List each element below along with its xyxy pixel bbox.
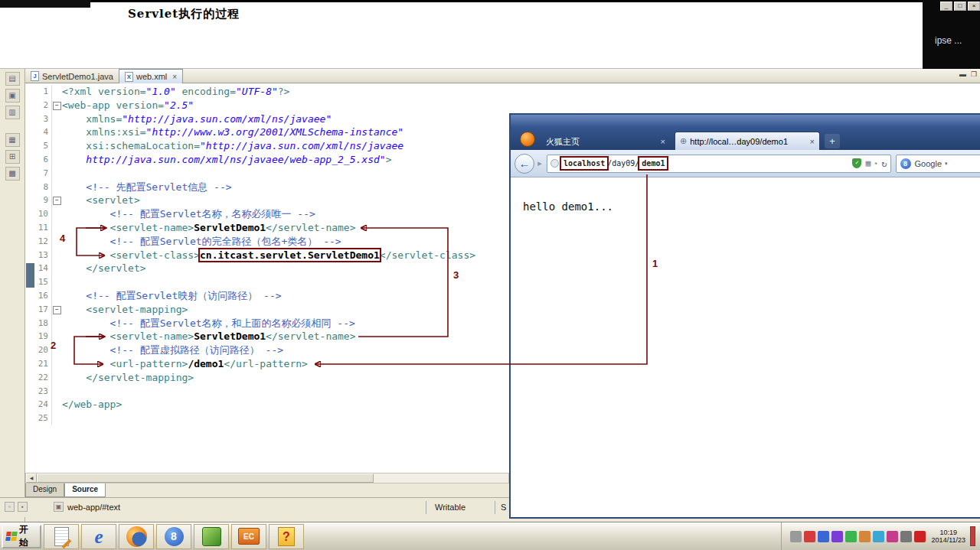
url-segment: /day09/: [607, 159, 639, 168]
reload-icon[interactable]: ↻: [881, 158, 887, 169]
tray-icon-5[interactable]: [845, 531, 857, 542]
security-shield-icon[interactable]: ✓: [852, 158, 861, 168]
show-desktop-icon[interactable]: [970, 526, 975, 546]
qr-grid-icon[interactable]: ▦: [865, 158, 871, 168]
code-line: 2<web-app version="2.5": [35, 99, 980, 112]
writable-status: Writable: [435, 503, 466, 512]
page-output-text: hello demo1...: [523, 200, 613, 213]
insert-mode-status: S: [501, 503, 506, 512]
clock-date: 2014/11/23: [932, 536, 965, 544]
palette-icon[interactable]: ⊞: [5, 150, 20, 164]
close-tab-icon[interactable]: ×: [172, 73, 177, 81]
top-left-black-bar: [0, 0, 90, 8]
status-icon-a: ▫: [5, 502, 15, 512]
close-tab-icon[interactable]: ×: [810, 137, 815, 146]
tray-icon-9[interactable]: [900, 531, 912, 542]
navigator-icon[interactable]: ▣: [5, 89, 20, 103]
firefox-icon[interactable]: [119, 524, 154, 549]
notebook-icon[interactable]: [44, 524, 79, 549]
globe-icon: ⊕: [680, 136, 687, 146]
editor-range-indicator: [26, 263, 34, 288]
start-button[interactable]: 开始: [2, 525, 41, 548]
tray-icons: [788, 531, 926, 542]
top-black-strip: [0, 0, 980, 2]
search-box[interactable]: 8 Google ▾: [896, 155, 980, 173]
maximize-button[interactable]: □: [954, 2, 966, 11]
close-tab-icon[interactable]: ×: [661, 137, 665, 146]
restore-editor-icon[interactable]: ❐: [971, 70, 977, 78]
forward-button[interactable]: ▸: [534, 158, 545, 168]
tray-icon-7[interactable]: [873, 531, 884, 542]
tray-icon-3[interactable]: [818, 531, 829, 542]
minimize-editor-icon[interactable]: ▬: [959, 70, 966, 78]
firefox-window: 火狐主页 × ⊕ http://local…day09/demo1 × + ← …: [509, 113, 980, 519]
windows-logo-icon: [5, 532, 17, 541]
url-bar[interactable]: localhost/day09/demo1 ✓ ▦ ▾ ↻: [547, 155, 891, 173]
help-icon[interactable]: ?: [269, 524, 304, 549]
taskbar: 开始 e 8 EC ? 10:19 2014/11/23: [0, 522, 980, 550]
new-tab-button[interactable]: +: [825, 134, 840, 148]
site-favicon: [550, 159, 559, 168]
search-engine-icon[interactable]: 8: [900, 158, 911, 169]
console-icon[interactable]: ▦: [5, 133, 20, 147]
fold-toggle-icon[interactable]: [52, 303, 62, 317]
fold-toggle-icon[interactable]: [52, 99, 62, 112]
editor-view-tabs: Design Source: [25, 483, 106, 497]
url-segment-highlighted: localhost: [561, 158, 607, 169]
ec-app-icon[interactable]: EC: [231, 524, 266, 549]
tab-servletdemo1-java[interactable]: J ServletDemo1.java: [25, 69, 119, 83]
clock-time: 10:19: [932, 529, 965, 536]
search-dropdown-icon[interactable]: ▾: [945, 161, 948, 167]
browser-content: hello demo1...: [511, 177, 980, 517]
tab-source[interactable]: Source: [64, 483, 106, 497]
tray-icon-4[interactable]: [831, 531, 843, 542]
hierarchy-icon[interactable]: ▩: [5, 167, 20, 181]
internet-explorer-icon[interactable]: e: [81, 524, 116, 549]
scroll-left-icon[interactable]: ◀: [26, 474, 37, 483]
tray-icon-8[interactable]: [887, 531, 898, 542]
fold-toggle-icon[interactable]: [52, 194, 62, 207]
close-button[interactable]: ×: [968, 2, 980, 11]
search-engine-label: Google: [915, 159, 942, 168]
editor-horizontal-scrollbar[interactable]: ◀: [25, 473, 509, 483]
tab-design[interactable]: Design: [25, 483, 64, 497]
outline-icon[interactable]: ▤: [5, 72, 20, 86]
tray-icon-1[interactable]: [790, 531, 802, 542]
urlbar-icons: ✓ ▦ ▾ ↻: [852, 158, 887, 169]
xml-node-icon: ▣: [54, 502, 64, 512]
slide-title: Servlet执行的过程: [128, 7, 240, 21]
slide-background: Servlet执行的过程: [0, 0, 980, 69]
tab-label: http://local…day09/demo1: [690, 137, 788, 146]
firefox-navbar: ← ▸ localhost/day09/demo1 ✓ ▦ ▾ ↻ 8 Goog…: [511, 150, 980, 177]
status-separator: [426, 501, 426, 514]
taskbar-clock[interactable]: 10:19 2014/11/23: [932, 529, 965, 544]
start-label: 开始: [19, 523, 37, 549]
firefox-tab-demo1[interactable]: ⊕ http://local…day09/demo1 ×: [675, 132, 820, 150]
minimize-button[interactable]: _: [940, 2, 952, 11]
back-button[interactable]: ←: [514, 154, 534, 174]
urlbar-dropdown-icon[interactable]: ▾: [874, 161, 877, 167]
blue-ball-icon[interactable]: 8: [156, 524, 191, 549]
url-segment-highlighted: demo1: [639, 158, 667, 169]
tab-label: 火狐主页: [546, 136, 580, 148]
status-separator: [495, 501, 495, 514]
tab-label: ServletDemo1.java: [42, 72, 113, 81]
xml-file-icon: X: [125, 72, 133, 82]
green-app-icon[interactable]: [194, 524, 229, 549]
selection-path: web-app/#text: [67, 503, 120, 512]
firefox-menu-icon[interactable]: [520, 132, 535, 147]
ide-left-toolbar: ▤▣▥▦⊞▩: [0, 69, 25, 522]
code-line: 1<?xml version="1.0" encoding="UTF-8"?>: [35, 85, 980, 99]
background-window-title: ipse ...: [935, 35, 962, 46]
java-file-icon: J: [31, 71, 39, 81]
window-controls: _ □ ×: [940, 2, 980, 11]
file-icon[interactable]: ▥: [5, 106, 20, 119]
tray-icon-10[interactable]: [914, 531, 926, 542]
tray-icon-2[interactable]: [804, 531, 815, 542]
tab-label: web.xml: [136, 72, 167, 81]
firefox-tab-home[interactable]: 火狐主页 ×: [540, 133, 671, 150]
tab-web-xml[interactable]: X web.xml ×: [119, 69, 183, 83]
tray-icon-6[interactable]: [859, 531, 871, 542]
status-icon-b: ▪: [18, 502, 28, 512]
scrollbar-thumb[interactable]: [37, 474, 374, 483]
